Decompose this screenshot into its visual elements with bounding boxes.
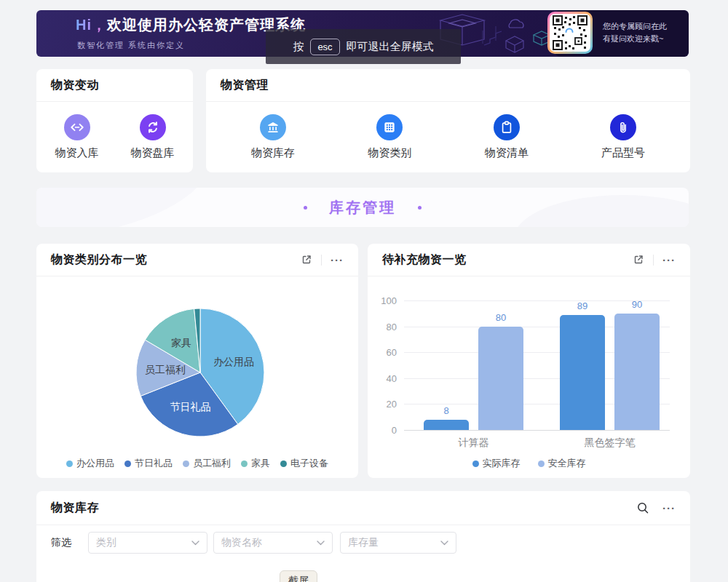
shortcut-物资类别[interactable]: 物资类别	[366, 114, 413, 160]
pie-label: 家具	[171, 337, 191, 348]
legend-item-实际库存[interactable]: 实际库存	[472, 457, 521, 470]
esc-key: esc	[310, 39, 339, 55]
screenshot-button[interactable]: 截屏	[280, 570, 317, 582]
screenshot-button-label: 截屏	[288, 575, 309, 582]
bar-安全库存-计算器	[478, 327, 523, 430]
pie-label: 办公用品	[213, 356, 254, 367]
legend-item-办公用品[interactable]: 办公用品	[66, 457, 114, 470]
shortcut-label: 物资盘库	[131, 146, 175, 160]
bar-legend: 实际库存安全库存	[368, 457, 690, 470]
legend-label: 办公用品	[76, 457, 114, 470]
bar-card-header: 待补充物资一览 ···	[368, 244, 690, 276]
legend-label: 员工福利	[193, 457, 231, 470]
legend-label: 安全库存	[548, 457, 586, 470]
sync-icon	[140, 114, 166, 140]
more-options-icon[interactable]: ···	[331, 255, 344, 266]
bank-icon	[260, 114, 286, 140]
y-axis-tick: 20	[368, 399, 397, 410]
card-material-management-header: 物资管理	[206, 69, 690, 102]
filter-select-库存量[interactable]: 库存量	[340, 532, 456, 554]
shortcut-label: 物资类别	[368, 146, 411, 160]
bar-value-label: 80	[478, 312, 523, 323]
pie-card-title: 物资类别分布一览	[51, 252, 147, 268]
section-banner-inventory: 库存管理	[36, 188, 689, 227]
pie-card-header: 物资类别分布一览 ···	[36, 244, 358, 276]
qr-caption-line1: 您的专属顾问在此	[603, 20, 667, 33]
category-label: 黑色签字笔	[560, 436, 660, 450]
external-link-icon[interactable]	[633, 254, 644, 266]
legend-item-员工福利[interactable]: 员工福利	[183, 457, 231, 470]
bar-value-label: 89	[560, 300, 605, 311]
shortcut-物资清单[interactable]: 物资清单	[483, 114, 530, 160]
shortcut-物资入库[interactable]: 物资入库	[54, 114, 100, 160]
bar-value-label: 8	[424, 405, 469, 416]
more-options-icon[interactable]: ···	[662, 255, 676, 266]
y-axis-tick: 80	[368, 322, 397, 332]
section-title: 库存管理	[329, 198, 396, 218]
shortcut-物资库存[interactable]: 物资库存	[250, 114, 296, 160]
esc-tip-prefix: 按	[293, 40, 304, 54]
qr-caption-line2: 有疑问欢迎来戳~	[603, 33, 667, 45]
pie-chart: 办公用品节日礼品员工福利家具	[36, 276, 358, 451]
bar-group-计算器: 880	[424, 300, 523, 430]
select-placeholder: 物资名称	[221, 536, 262, 549]
legend-label: 家具	[251, 457, 270, 470]
shortcut-产品型号[interactable]: 产品型号	[600, 114, 646, 160]
y-axis-tick: 0	[368, 425, 397, 436]
qr-code	[547, 12, 593, 54]
legend-label: 电子设备	[290, 457, 328, 470]
select-placeholder: 类别	[96, 536, 116, 549]
search-icon[interactable]	[636, 501, 649, 514]
y-axis-tick: 100	[368, 295, 397, 306]
grid-icon	[376, 114, 403, 140]
shortcut-label: 物资清单	[485, 146, 529, 160]
shortcut-row: 物资入库物资盘库	[36, 102, 193, 172]
esc-tip-suffix: 即可退出全屏模式	[347, 40, 434, 54]
shortcut-label: 物资库存	[251, 146, 295, 160]
banner-greeting-highlight: Hi，	[76, 17, 107, 33]
inventory-card-header: 物资库存 ···	[36, 491, 690, 525]
shortcut-物资盘库[interactable]: 物资盘库	[130, 114, 176, 160]
section-dot-left	[304, 206, 307, 210]
shortcut-row: 物资库存物资类别物资清单产品型号	[206, 102, 690, 172]
legend-dot	[241, 461, 248, 467]
legend-item-电子设备[interactable]: 电子设备	[280, 457, 328, 470]
card-material-change: 物资变动 物资入库物资盘库	[36, 69, 193, 172]
section-dot-right	[418, 206, 422, 210]
category-label: 计算器	[424, 436, 523, 450]
header-divider	[321, 255, 322, 266]
external-link-icon[interactable]	[301, 254, 312, 266]
filter-selects: 类别物资名称库存量	[88, 532, 456, 554]
legend-item-安全库存[interactable]: 安全库存	[538, 457, 586, 470]
banner-subtitle: 数智化管理 系统由你定义	[77, 40, 185, 51]
qr-pattern-icon	[553, 15, 587, 50]
bar-实际库存-计算器	[424, 420, 469, 430]
paperclip-icon	[610, 114, 636, 140]
more-options-icon[interactable]: ···	[662, 503, 676, 514]
y-axis-tick: 40	[368, 373, 397, 384]
transfer-icon	[64, 114, 90, 140]
bar-value-label: 90	[614, 299, 660, 310]
legend-dot	[66, 461, 73, 467]
filter-select-类别[interactable]: 类别	[88, 532, 207, 554]
legend-dot	[124, 461, 131, 467]
legend-item-家具[interactable]: 家具	[241, 457, 270, 470]
card-title: 物资管理	[221, 78, 269, 93]
shortcut-label: 物资入库	[55, 146, 99, 160]
card-restock-overview: 待补充物资一览 ··· 020406080100880计算器8990黑色签字笔 …	[368, 244, 690, 478]
pie-legend: 办公用品节日礼品员工福利家具电子设备	[36, 457, 358, 470]
filter-label: 筛选	[51, 536, 71, 549]
legend-item-节日礼品[interactable]: 节日礼品	[124, 457, 173, 470]
select-placeholder: 库存量	[348, 536, 379, 549]
fullscreen-exit-tip: 按 esc 即可退出全屏模式	[266, 29, 461, 64]
legend-label: 节日礼品	[135, 457, 173, 470]
legend-dot	[538, 461, 545, 467]
clipboard-icon	[494, 114, 520, 140]
qr-caption: 您的专属顾问在此 有疑问欢迎来戳~	[603, 20, 667, 45]
pie-chart-body: 办公用品节日礼品员工福利家具 办公用品节日礼品员工福利家具电子设备	[36, 276, 358, 478]
filter-select-物资名称[interactable]: 物资名称	[213, 532, 333, 554]
card-material-inventory: 物资库存 ··· 筛选 类别物资名称库存量	[36, 491, 690, 582]
legend-dot	[472, 461, 479, 467]
y-axis-tick: 60	[368, 347, 397, 358]
shortcut-label: 产品型号	[601, 146, 645, 160]
